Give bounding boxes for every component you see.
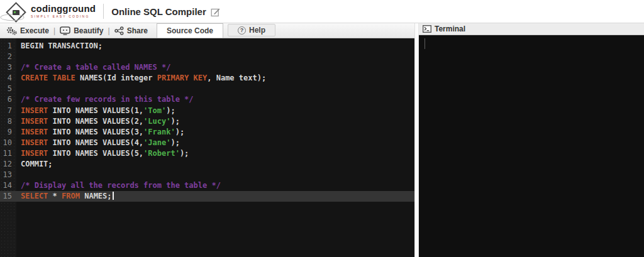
line-number: 7: [0, 106, 16, 116]
line-number: 13: [0, 170, 16, 180]
help-icon: ?: [238, 26, 246, 35]
code-text: [16, 84, 21, 94]
tab-label: Source Code: [167, 26, 213, 35]
code-text: INSERT INTO NAMES VALUES(2,'Lucy');: [16, 116, 180, 127]
terminal-header: Terminal: [419, 23, 644, 35]
code-text: INSERT INTO NAMES VALUES(4,'Jane');: [16, 138, 180, 148]
code-line[interactable]: 12COMMIT;: [0, 159, 414, 170]
code-line[interactable]: 2: [0, 52, 414, 62]
line-number: 9: [0, 127, 16, 138]
code-line[interactable]: 14/* Display all the records from the ta…: [0, 180, 414, 191]
line-number: 1: [0, 41, 16, 52]
line-number: 14: [0, 180, 16, 191]
logo-monitor-glyph: [13, 9, 19, 14]
main-split: Execute | Beautify |: [0, 23, 644, 257]
code-text: CREATE TABLE NAMES(Id integer PRIMARY KE…: [16, 73, 266, 84]
logo-tagline: SIMPLY EASY CODING: [31, 14, 96, 18]
terminal-icon: [423, 25, 431, 33]
logo-text: codingground: [31, 4, 96, 13]
code-text: COMMIT;: [16, 159, 53, 170]
gears-icon: [6, 26, 17, 35]
page-title: Online SQL Compiler: [111, 6, 206, 17]
terminal-body[interactable]: [419, 35, 644, 257]
line-number: 2: [0, 52, 16, 62]
line-number: 3: [0, 62, 16, 73]
code-text: INSERT INTO NAMES VALUES(3,'Frank');: [16, 127, 184, 138]
terminal-cursor: [425, 38, 425, 49]
code-line[interactable]: 8INSERT INTO NAMES VALUES(2,'Lucy');: [0, 116, 414, 127]
code-text: /* Create a table called NAMES */: [16, 62, 170, 73]
share-label: Share: [127, 26, 148, 35]
line-number: 10: [0, 138, 16, 148]
share-button[interactable]: Share: [111, 23, 152, 38]
code-line[interactable]: 15SELECT * FROM NAMES;: [0, 191, 414, 202]
code-text: INSERT INTO NAMES VALUES(1,'Tom');: [16, 106, 175, 116]
code-line[interactable]: 9INSERT INTO NAMES VALUES(3,'Frank');: [0, 127, 414, 138]
line-number: 5: [0, 84, 16, 94]
codingground-logo-icon: [6, 2, 26, 23]
header: codingground SIMPLY EASY CODING Online S…: [0, 0, 644, 23]
code-line[interactable]: 6/* Create few records in this table */: [0, 94, 414, 105]
header-divider: [103, 4, 104, 19]
monitor-icon: [60, 26, 70, 35]
code-text: [16, 52, 21, 62]
tab-label: Help: [249, 26, 265, 35]
code-text: INSERT INTO NAMES VALUES(5,'Robert');: [16, 148, 189, 159]
app-root: codingground SIMPLY EASY CODING Online S…: [0, 0, 644, 257]
code-line[interactable]: 13: [0, 170, 414, 180]
line-number: 12: [0, 159, 16, 170]
beautify-label: Beautify: [74, 26, 103, 35]
code-text: BEGIN TRANSACTION;: [16, 41, 103, 52]
line-number: 8: [0, 116, 16, 127]
execute-label: Execute: [20, 26, 49, 35]
panel-resize-divider[interactable]: [414, 23, 419, 257]
codingground-logo[interactable]: codingground SIMPLY EASY CODING: [5, 4, 102, 19]
code-editor[interactable]: 1BEGIN TRANSACTION;23/* Create a table c…: [0, 38, 414, 257]
code-text: /* Display all the records from the tabl…: [16, 180, 221, 191]
line-number: 6: [0, 94, 16, 105]
tab-help[interactable]: ?Help: [228, 24, 275, 36]
code-line[interactable]: 4CREATE TABLE NAMES(Id integer PRIMARY K…: [0, 73, 414, 84]
code-text: SELECT * FROM NAMES;: [16, 191, 114, 202]
code-line[interactable]: 1BEGIN TRANSACTION;: [0, 41, 414, 52]
line-number: 4: [0, 73, 16, 84]
terminal-title: Terminal: [435, 25, 465, 33]
code-line[interactable]: 11INSERT INTO NAMES VALUES(5,'Robert');: [0, 148, 414, 159]
terminal-panel: Terminal: [419, 23, 644, 257]
code-line[interactable]: 5: [0, 84, 414, 94]
share-icon: [114, 26, 124, 35]
pencil-icon: [211, 7, 221, 17]
edit-title-icon[interactable]: [211, 7, 221, 17]
line-number: 11: [0, 148, 16, 159]
code-line[interactable]: 10INSERT INTO NAMES VALUES(4,'Jane');: [0, 138, 414, 148]
tab-source-code[interactable]: Source Code: [157, 23, 223, 38]
code-line[interactable]: 3/* Create a table called NAMES */: [0, 62, 414, 73]
source-panel: Execute | Beautify |: [0, 23, 414, 257]
line-number: 15: [0, 191, 16, 202]
code-text: [16, 170, 21, 180]
text-cursor: [113, 192, 114, 200]
beautify-button[interactable]: Beautify: [56, 23, 107, 38]
code-text: /* Create few records in this table */: [16, 94, 194, 105]
tabs: Source Code?Help: [157, 23, 275, 38]
editor-toolbar: Execute | Beautify |: [0, 23, 414, 38]
code-line[interactable]: 7INSERT INTO NAMES VALUES(1,'Tom');: [0, 106, 414, 116]
execute-button[interactable]: Execute: [3, 23, 53, 38]
